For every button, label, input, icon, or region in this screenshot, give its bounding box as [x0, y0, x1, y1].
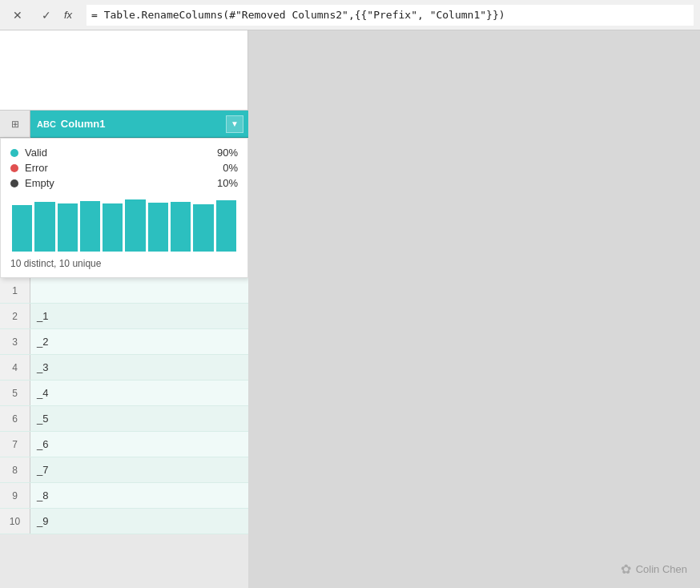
valid-stat-row: Valid 90% — [10, 147, 238, 159]
chart-bar — [193, 204, 213, 252]
row-number: 6 — [0, 406, 30, 431]
watermark: ✿ Colin Chen — [621, 562, 687, 577]
chart-bar — [125, 199, 145, 252]
blank-top-area — [0, 30, 248, 111]
fx-label: fx — [64, 9, 80, 21]
row-number: 1 — [0, 278, 30, 303]
formula-bar: ✕ ✓ fx — [0, 0, 700, 30]
row-number: 4 — [0, 355, 30, 380]
bar-chart — [10, 195, 238, 252]
row-cell — [30, 278, 248, 303]
row-number: 9 — [0, 483, 30, 508]
chart-bar — [34, 202, 54, 252]
formula-input[interactable] — [86, 5, 694, 26]
row-cell: _9 — [30, 509, 248, 534]
table-row[interactable]: 3_2 — [0, 329, 248, 355]
row-cell: _2 — [30, 329, 248, 354]
row-number: 10 — [0, 509, 30, 534]
cancel-icon: ✕ — [13, 9, 22, 22]
row-number: 3 — [0, 329, 30, 354]
chart-bar — [58, 203, 78, 252]
chart-bar — [171, 202, 191, 252]
table-row[interactable]: 8_7 — [0, 457, 248, 483]
error-value: 0% — [210, 162, 238, 174]
table-row[interactable]: 4_3 — [0, 355, 248, 381]
row-cell: _7 — [30, 457, 248, 482]
right-panel — [248, 30, 700, 588]
chart-bar — [12, 205, 32, 252]
row-cell: _8 — [30, 483, 248, 508]
watermark-icon: ✿ — [621, 562, 631, 577]
column-type-badge: ABC — [37, 119, 56, 129]
column-header-row: ⊞ ABC Column1 ▼ — [0, 111, 248, 138]
valid-value: 90% — [210, 147, 238, 159]
row-cell: _3 — [30, 355, 248, 380]
empty-value: 10% — [210, 177, 238, 189]
column-dropdown-button[interactable]: ▼ — [226, 115, 243, 133]
row-number: 8 — [0, 457, 30, 482]
table-row[interactable]: 6_5 — [0, 406, 248, 432]
chart-bar — [103, 203, 123, 252]
empty-stat-row: Empty 10% — [10, 177, 238, 189]
row-cell: _5 — [30, 406, 248, 431]
chart-bar — [148, 203, 168, 252]
row-cell: _1 — [30, 304, 248, 328]
table-row[interactable]: 7_6 — [0, 432, 248, 457]
data-rows: 12_13_24_35_46_57_68_79_810_9 — [0, 278, 248, 534]
row-cell: _4 — [30, 381, 248, 405]
confirm-icon: ✓ — [42, 9, 51, 22]
table-row[interactable]: 1 — [0, 278, 248, 304]
stats-card: Valid 90% Error 0% Empty 10% 10 distinct… — [0, 138, 248, 278]
column-name: Column1 — [61, 118, 106, 130]
column-header[interactable]: ABC Column1 ▼ — [30, 111, 248, 138]
table-icon: ⊞ — [11, 119, 19, 130]
valid-label: Valid — [25, 147, 203, 159]
stats-footer: 10 distinct, 10 unique — [10, 258, 238, 269]
cancel-button[interactable]: ✕ — [6, 4, 29, 26]
empty-label: Empty — [25, 177, 203, 189]
empty-dot — [10, 179, 18, 187]
chart-bar — [80, 201, 100, 252]
chart-bar — [216, 200, 236, 252]
dropdown-icon: ▼ — [231, 119, 239, 128]
row-number: 7 — [0, 432, 30, 457]
row-number-header: ⊞ — [0, 111, 30, 138]
confirm-button[interactable]: ✓ — [35, 4, 58, 26]
table-row[interactable]: 5_4 — [0, 381, 248, 406]
watermark-text: Colin Chen — [636, 563, 687, 575]
row-number: 2 — [0, 304, 30, 328]
valid-dot — [10, 149, 18, 157]
main-area: ⊞ ABC Column1 ▼ Valid 90% — [0, 30, 700, 588]
table-row[interactable]: 10_9 — [0, 509, 248, 534]
row-number: 5 — [0, 381, 30, 405]
error-dot — [10, 164, 18, 172]
error-label: Error — [25, 162, 203, 174]
table-row[interactable]: 2_1 — [0, 304, 248, 329]
table-row[interactable]: 9_8 — [0, 483, 248, 509]
row-cell: _6 — [30, 432, 248, 457]
error-stat-row: Error 0% — [10, 162, 238, 174]
table-container: ⊞ ABC Column1 ▼ Valid 90% — [0, 111, 248, 588]
left-panel: ⊞ ABC Column1 ▼ Valid 90% — [0, 30, 248, 588]
